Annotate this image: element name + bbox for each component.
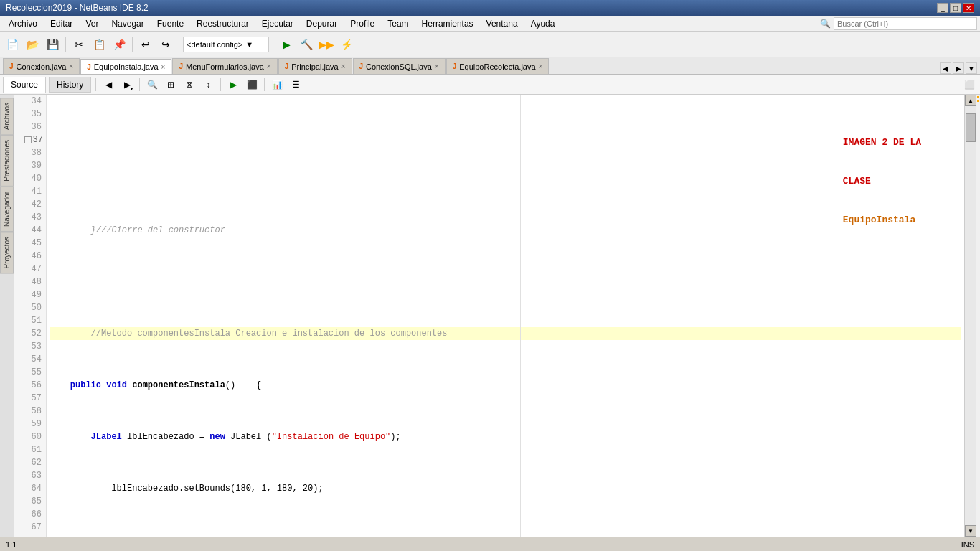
history-tab[interactable]: History xyxy=(49,77,91,93)
paste-button[interactable]: 📌 xyxy=(110,35,128,54)
run-button[interactable]: ▶ xyxy=(277,35,296,54)
menu-fuente[interactable]: Fuente xyxy=(151,16,189,31)
accent-mark-2 xyxy=(977,100,979,102)
toolbar-sep2 xyxy=(132,37,133,52)
source-tab[interactable]: Source xyxy=(3,77,46,93)
sh-btn1[interactable]: ◀ xyxy=(100,77,116,93)
tab-scroll-left[interactable]: ◀ xyxy=(940,62,951,74)
line-65: 65 xyxy=(14,495,46,508)
panel-tab-prestaciones[interactable]: Prestaciones xyxy=(0,135,14,187)
search-input[interactable] xyxy=(834,17,977,30)
sh-btn2[interactable]: ▶▼ xyxy=(119,77,135,93)
code-line-34: }///Cierre del constructor xyxy=(50,224,961,237)
debug-button[interactable]: ▶▶ xyxy=(317,35,336,54)
menu-reestructurar[interactable]: Reestructurar xyxy=(191,16,255,31)
close-button[interactable]: ✕ xyxy=(963,3,974,13)
redo-button[interactable]: ↪ xyxy=(156,35,175,54)
sh-stop[interactable]: ⬛ xyxy=(244,77,260,93)
line-36: 36 xyxy=(14,121,46,133)
sh-chart[interactable]: 📊 xyxy=(269,77,285,93)
profile-button[interactable]: ⚡ xyxy=(337,35,356,54)
sh-sep4 xyxy=(264,78,265,91)
line-35: 35 xyxy=(14,108,46,121)
vertical-scrollbar[interactable]: ▲ ▼ xyxy=(964,95,976,537)
line-43: 43 xyxy=(14,211,46,224)
status-bar: 1:1 INS xyxy=(0,537,980,551)
menu-editar[interactable]: Editar xyxy=(44,16,78,31)
tab-scroll-right[interactable]: ▶ xyxy=(953,62,964,74)
panel-tab-proyectos[interactable]: Proyectos xyxy=(0,232,14,273)
close-tab-icon-2[interactable]: × xyxy=(161,63,166,71)
title-bar-text: Recoleccion2019 - NetBeans IDE 8.2 xyxy=(6,3,149,13)
tab-conexion[interactable]: J Conexion.java × xyxy=(3,58,80,74)
tab-dropdown[interactable]: ▼ xyxy=(966,62,977,74)
line-57: 57 xyxy=(14,392,46,405)
close-tab-icon-3[interactable]: × xyxy=(267,62,271,70)
config-dropdown[interactable]: <default config> ▼ xyxy=(183,37,269,52)
menu-navegar[interactable]: Navegar xyxy=(105,16,149,31)
tab-equiporecolecta[interactable]: J EquipoRecolecta.java × xyxy=(446,58,550,74)
scroll-down-button[interactable]: ▼ xyxy=(965,525,976,537)
menu-depurar[interactable]: Depurar xyxy=(301,16,343,31)
sh-btn4[interactable]: ↕ xyxy=(200,77,216,93)
search-icon: 🔍 xyxy=(820,19,831,29)
menu-profile[interactable]: Profile xyxy=(344,16,380,31)
sh-list[interactable]: ☰ xyxy=(288,77,303,93)
close-tab-icon-5[interactable]: × xyxy=(435,62,439,70)
sh-maximize[interactable]: ⬜ xyxy=(961,77,977,93)
menu-ayuda[interactable]: Ayuda xyxy=(525,16,561,31)
sh-run[interactable]: ▶ xyxy=(225,77,241,93)
menu-ejecutar[interactable]: Ejecutar xyxy=(256,16,299,31)
sh-toggle[interactable]: ⊞ xyxy=(163,77,179,93)
line-66: 66 xyxy=(14,508,46,521)
code-editor: 34 35 36 -37 38 39 40 41 42 43 44 45 46 … xyxy=(14,95,980,537)
panel-tab-archivos[interactable]: Archivos xyxy=(0,98,14,135)
line-47: 47 xyxy=(14,263,46,276)
sh-search[interactable]: 🔍 xyxy=(144,77,160,93)
minimize-button[interactable]: _ xyxy=(937,3,948,13)
menu-archivo[interactable]: Archivo xyxy=(3,16,43,31)
cut-button[interactable]: ✂ xyxy=(70,35,88,54)
menu-ventana[interactable]: Ventana xyxy=(481,16,524,31)
code-content[interactable]: IMAGEN 2 DE LA CLASE EquipoInstala }///C… xyxy=(47,95,964,537)
close-tab-icon-6[interactable]: × xyxy=(539,62,543,70)
annotation-box: IMAGEN 2 DE LA CLASE EquipoInstala xyxy=(843,110,921,253)
close-tab-icon[interactable]: × xyxy=(69,62,73,70)
tab-conexionsql[interactable]: J ConexionSQL.java × xyxy=(353,58,446,74)
tab-equipoinstala[interactable]: J EquipoInstala.java × xyxy=(80,59,171,75)
line-44: 44 xyxy=(14,224,46,237)
line-40: 40 xyxy=(14,172,46,185)
tab-principal[interactable]: J Principal.java × xyxy=(278,58,352,74)
java-icon-4: J xyxy=(285,62,289,70)
save-button[interactable]: 💾 xyxy=(43,35,62,54)
config-dropdown-label: <default config> xyxy=(187,40,242,49)
close-tab-icon-4[interactable]: × xyxy=(341,62,346,70)
menu-ver[interactable]: Ver xyxy=(80,16,104,31)
tab-menuformularios[interactable]: J MenuFormularios.java × xyxy=(172,58,277,74)
open-file-button[interactable]: 📂 xyxy=(23,35,42,54)
scroll-thumb[interactable] xyxy=(966,113,976,142)
sh-btn3[interactable]: ⊠ xyxy=(182,77,197,93)
fold-icon[interactable]: - xyxy=(24,136,32,143)
panel-tab-navegador[interactable]: Navegador xyxy=(0,187,14,232)
tab-conexion-label: Conexion.java xyxy=(17,62,67,71)
java-icon: J xyxy=(9,62,14,70)
code-line-38: JLabel lblEncabezado = new JLabel ( "Ins… xyxy=(50,430,961,443)
java-icon-5: J xyxy=(359,62,364,70)
toolbar: 📄 📂 💾 ✂ 📋 📌 ↩ ↪ <default config> ▼ ▶ 🔨 ▶… xyxy=(0,32,980,57)
accent-mark-1 xyxy=(977,96,979,98)
line-61: 61 xyxy=(14,443,46,456)
code-line-35 xyxy=(50,276,961,288)
scroll-up-button[interactable]: ▲ xyxy=(965,95,976,106)
maximize-button[interactable]: □ xyxy=(950,3,961,13)
toolbar-sep1 xyxy=(65,37,66,52)
build-button[interactable]: 🔨 xyxy=(297,35,316,54)
menu-herramientas[interactable]: Herramientas xyxy=(416,16,479,31)
source-tab-label: Source xyxy=(11,80,38,90)
code-line-37: public void componentesInstala () { xyxy=(50,379,961,392)
line-46: 46 xyxy=(14,250,46,263)
copy-button[interactable]: 📋 xyxy=(90,35,108,54)
new-file-button[interactable]: 📄 xyxy=(3,35,22,54)
menu-team[interactable]: Team xyxy=(382,16,414,31)
undo-button[interactable]: ↩ xyxy=(136,35,155,54)
